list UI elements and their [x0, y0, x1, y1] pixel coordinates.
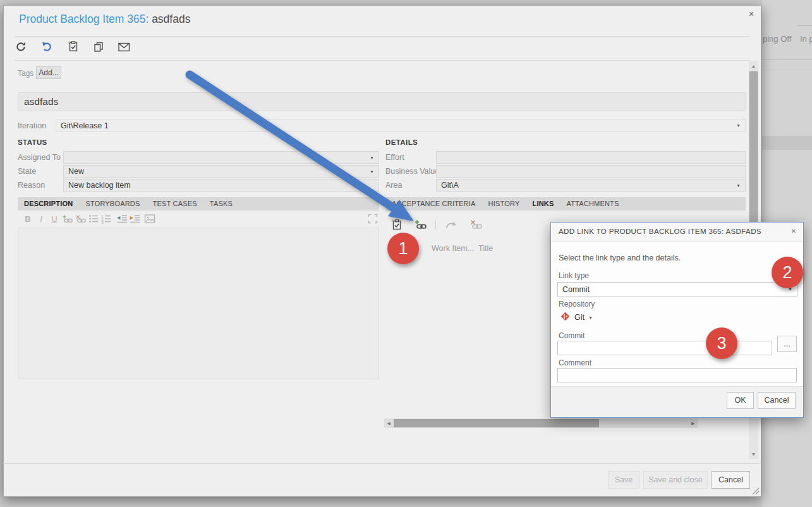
comment-input[interactable]	[557, 368, 797, 382]
browse-commit-button[interactable]: ...	[777, 336, 797, 352]
comment-label: Comment	[559, 358, 591, 367]
add-link-dialog-title: ADD LINK TO PRODUCT BACKLOG ITEM 365: AS…	[559, 228, 761, 235]
cancel-button[interactable]: Cancel	[758, 392, 796, 409]
repository-value: Git	[574, 313, 585, 322]
link-type-combo[interactable]: Commit ▼	[557, 282, 797, 296]
add-link-dialog: ADD LINK TO PRODUCT BACKLOG ITEM 365: AS…	[0, 0, 812, 507]
commit-label: Commit	[559, 331, 585, 340]
link-type-value: Commit	[562, 285, 590, 294]
add-link-instruction: Select the link type and the details.	[559, 254, 681, 262]
screen: ping Off In p Product Backlog Item 365: …	[0, 0, 812, 507]
repository-picker[interactable]: Git ▼	[560, 311, 593, 324]
link-type-label: Link type	[559, 271, 589, 280]
commit-input[interactable]	[557, 341, 772, 355]
chevron-down-icon: ▼	[788, 287, 792, 291]
close-icon[interactable]: ✕	[787, 225, 800, 238]
repository-label: Repository	[559, 300, 595, 308]
ok-button[interactable]: OK	[727, 392, 754, 409]
chevron-down-icon: ▼	[588, 315, 593, 320]
git-repository-icon	[560, 311, 571, 324]
